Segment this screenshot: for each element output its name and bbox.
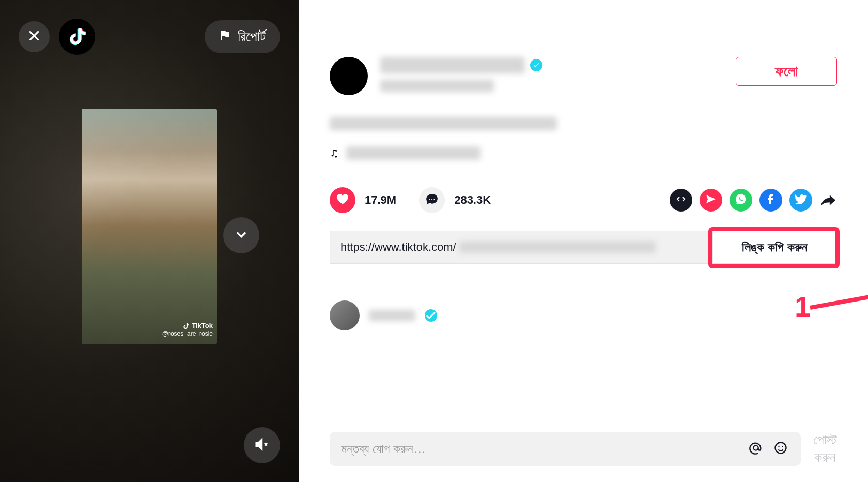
copy-link-label: লিঙ্ক কপি করুন xyxy=(742,240,807,254)
music-row[interactable]: ♫ xyxy=(299,130,868,160)
svg-point-1 xyxy=(431,199,432,200)
send-icon xyxy=(705,193,717,207)
video-panel: রিপোর্ট TikTok @roses_are_rosie xyxy=(0,0,299,482)
comment-icon xyxy=(425,192,439,208)
svg-point-2 xyxy=(433,199,435,200)
link-url-prefix: https://www.tiktok.com/ xyxy=(340,240,456,254)
send-button[interactable] xyxy=(700,189,722,212)
code-icon xyxy=(675,193,687,207)
svg-point-3 xyxy=(753,445,758,450)
twitter-button[interactable] xyxy=(789,189,812,212)
embed-button[interactable] xyxy=(670,189,692,212)
at-icon xyxy=(749,441,763,457)
check-icon xyxy=(425,309,437,322)
facebook-button[interactable] xyxy=(760,189,782,212)
watermark-handle: @roses_are_rosie xyxy=(162,330,213,337)
comment-item xyxy=(299,288,868,330)
watermark-brand: TikTok xyxy=(192,322,213,330)
creator-display-name xyxy=(380,80,494,92)
svg-point-4 xyxy=(776,442,786,453)
next-video-button[interactable] xyxy=(223,217,259,253)
video-topbar: রিপোর্ট xyxy=(19,19,280,55)
comment-count: 283.3K xyxy=(454,193,491,207)
twitter-icon xyxy=(795,193,807,207)
comment-button[interactable] xyxy=(419,187,445,213)
video-watermark: TikTok @roses_are_rosie xyxy=(162,322,213,337)
check-icon xyxy=(533,62,540,69)
copy-link-button[interactable]: লিঙ্ক কপি করুন xyxy=(712,231,836,263)
comment-input-bar: মন্তব্য যোগ করুন… পোস্ট করুন xyxy=(299,415,868,482)
svg-point-5 xyxy=(778,446,779,447)
follow-label: ফলো xyxy=(775,63,798,80)
emoji-icon xyxy=(773,441,788,457)
caption-row xyxy=(299,95,868,130)
commenter-name[interactable] xyxy=(369,310,415,321)
mention-button[interactable] xyxy=(747,440,765,458)
creator-avatar[interactable] xyxy=(330,57,368,95)
share-link-text[interactable]: https://www.tiktok.com/ xyxy=(330,231,712,263)
emoji-button[interactable] xyxy=(772,440,789,458)
creator-username[interactable] xyxy=(380,57,525,73)
creator-name-column xyxy=(380,57,723,92)
username-row xyxy=(380,57,723,73)
report-button[interactable]: রিপোর্ট xyxy=(205,20,280,53)
heart-icon xyxy=(336,192,349,208)
app-root: রিপোর্ট TikTok @roses_are_rosie xyxy=(0,0,868,482)
share-link-row: https://www.tiktok.com/ লিঙ্ক কপি করুন xyxy=(330,231,837,264)
follow-button[interactable]: ফলো xyxy=(736,57,837,86)
close-button[interactable] xyxy=(19,21,50,52)
share-forward-button[interactable] xyxy=(819,191,837,209)
profile-header: ফলো xyxy=(299,0,868,95)
whatsapp-icon xyxy=(735,193,747,207)
mute-button[interactable] xyxy=(244,427,280,463)
music-note-icon: ♫ xyxy=(330,146,339,160)
comment-placeholder: মন্তব্য যোগ করুন… xyxy=(341,442,740,456)
verified-badge xyxy=(530,59,542,71)
video-caption xyxy=(330,117,557,130)
share-arrow-icon xyxy=(819,202,837,210)
like-button[interactable] xyxy=(330,187,355,213)
flag-icon xyxy=(219,28,231,45)
comment-input-field[interactable]: মন্তব্য যোগ করুন… xyxy=(330,432,801,466)
tiktok-icon xyxy=(182,322,190,329)
svg-point-6 xyxy=(782,446,783,447)
tiktok-icon xyxy=(67,25,87,48)
commenter-avatar[interactable] xyxy=(330,300,360,330)
verified-badge xyxy=(425,309,437,322)
like-count: 17.9M xyxy=(365,193,396,207)
post-comment-button[interactable]: পোস্ট করুন xyxy=(813,431,837,466)
share-icons xyxy=(670,189,837,212)
chevron-down-icon xyxy=(234,227,249,244)
link-url-tail xyxy=(459,242,656,253)
tiktok-logo[interactable] xyxy=(59,19,95,55)
volume-mute-icon xyxy=(254,436,270,454)
detail-panel: ফলো ♫ 17.9M 283.3K xyxy=(299,0,868,482)
close-icon xyxy=(27,29,41,44)
music-title xyxy=(346,146,481,160)
video-player[interactable]: TikTok @roses_are_rosie xyxy=(82,109,217,344)
whatsapp-button[interactable] xyxy=(730,189,752,212)
svg-point-0 xyxy=(429,199,430,200)
report-label: রিপোর্ট xyxy=(238,28,266,46)
stats-row: 17.9M 283.3K xyxy=(299,160,868,213)
facebook-icon xyxy=(765,193,777,207)
